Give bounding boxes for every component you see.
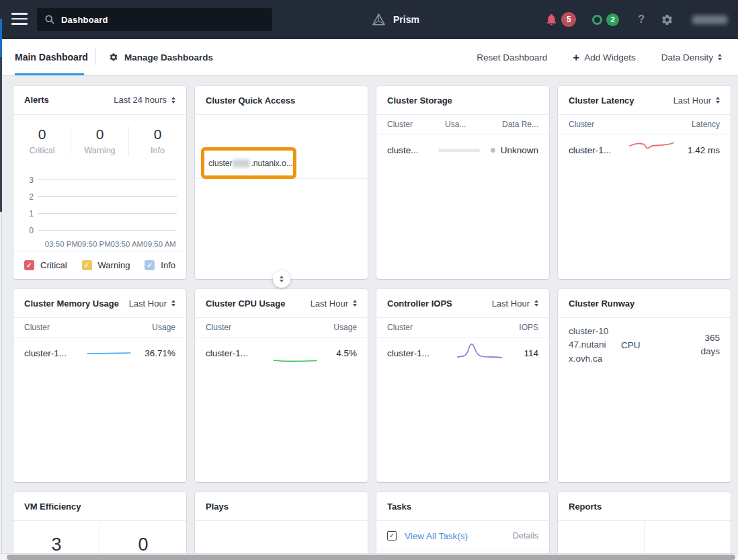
reset-dashboard-button[interactable]: Reset Dashboard [477, 52, 547, 63]
topbar-actions: 5 2 ? [545, 0, 731, 39]
legend-info-label: Info [161, 260, 175, 270]
sort-caret-icon [171, 97, 175, 104]
critical-count-label: Critical [13, 146, 71, 155]
search-value: Dashboard [61, 15, 108, 25]
latency-header: Cluster Latency Last Hour [558, 86, 731, 115]
plays-header: Plays [195, 492, 368, 521]
cpu-sparkline [254, 344, 336, 362]
widget-vm-efficiency: VM Efficiency 3 0 [13, 492, 186, 560]
col-cluster: Cluster [387, 323, 519, 332]
legend-critical-checkbox[interactable]: ✓ Critical [24, 260, 67, 270]
reports-title: Reports [569, 502, 602, 512]
alerts-period-selector[interactable]: Last 24 hours [114, 95, 175, 105]
alert-count-info: 0 Info [128, 126, 186, 155]
plays-title: Plays [206, 502, 229, 512]
manage-dashboards-label: Manage Dashboards [124, 52, 213, 63]
tab-main-dashboard[interactable]: Main Dashboard [15, 39, 88, 75]
widget-plays: Plays [195, 492, 368, 560]
widget-controller-iops: Controller IOPS Last Hour Cluster IOPS c… [376, 289, 549, 482]
ytick: 3 [22, 175, 34, 185]
left-edge-track [0, 212, 2, 553]
col-cluster: Cluster [387, 120, 445, 129]
toolbar-actions: Reset Dashboard + Add Widgets Data Densi… [477, 39, 722, 75]
alert-counts: 0 Critical 0 Warning 0 Info [13, 117, 186, 165]
latency-period-value: Last Hour [673, 95, 711, 106]
alerts-count-badge[interactable]: 5 [561, 12, 576, 27]
brand: Prism [371, 0, 419, 39]
latency-period-selector[interactable]: Last Hour [673, 95, 720, 106]
alert-count-critical: 0 Critical [13, 126, 71, 155]
data-density-selector[interactable]: Data Density [661, 52, 722, 63]
widget-cluster-storage: Cluster Storage Cluster Usa... Data Re..… [376, 86, 549, 279]
critical-count-value: 0 [13, 126, 71, 143]
warning-count-value: 0 [71, 126, 128, 143]
cpu-header: Cluster CPU Usage Last Hour [195, 289, 368, 318]
task-details-label[interactable]: Details [513, 531, 538, 541]
cpu-period-value: Last Hour [311, 298, 348, 309]
alert-bell-icon[interactable] [545, 13, 558, 26]
widget-cluster-latency: Cluster Latency Last Hour Cluster Latenc… [558, 86, 731, 279]
widget-alerts: Alerts Last 24 hours 0 Critical 0 Warnin… [13, 86, 186, 279]
xtick: 09:50 PM [78, 240, 111, 248]
memory-period-value: Last Hour [129, 298, 167, 309]
settings-gear-icon[interactable] [661, 13, 673, 26]
latency-row: cluster-1... 1.42 ms [558, 134, 731, 165]
runway-metric: CPU [621, 340, 641, 350]
checkbox-checked-icon: ✓ [82, 260, 92, 270]
tasks-row: ✓ View All Task(s) Details [376, 521, 549, 551]
alert-count-warning: 0 Warning [71, 126, 128, 155]
left-scrollbar-track [0, 57, 2, 212]
latency-columns: Cluster Latency [558, 115, 731, 134]
add-widgets-button[interactable]: + Add Widgets [573, 52, 635, 63]
col-cluster: Cluster [24, 323, 152, 332]
col-cluster: Cluster [569, 120, 692, 129]
user-menu-blurred[interactable] [692, 15, 727, 24]
ytick: 0 [22, 226, 34, 235]
legend-warning-label: Warning [98, 260, 130, 270]
manage-dashboards-button[interactable]: Manage Dashboards [109, 39, 213, 75]
active-tab-underline [15, 73, 84, 75]
memory-row: cluster-1... 36.71% [13, 337, 186, 368]
alerts-period-value: Last 24 hours [114, 95, 167, 105]
iops-row: cluster-1... 114 [376, 337, 549, 368]
runway-value: 365 days [692, 331, 720, 359]
cluster-quick-access-item[interactable]: cluster .nutanix.o... [201, 147, 296, 179]
brand-name: Prism [393, 14, 419, 25]
view-all-tasks-link[interactable]: View All Task(s) [405, 531, 468, 541]
cluster-name: cluste... [387, 145, 429, 155]
latency-sparkline [617, 141, 688, 159]
widget-resize-handle[interactable] [273, 270, 290, 288]
widget-tasks: Tasks ✓ View All Task(s) Details [376, 492, 549, 560]
left-scrollbar-thumb[interactable] [0, 19, 2, 57]
events-ring-icon[interactable] [592, 15, 602, 25]
status-unknown-dot-icon [491, 148, 495, 153]
sort-caret-icon [716, 97, 720, 104]
storage-title: Cluster Storage [387, 95, 452, 106]
widget-cluster-quick-access: Cluster Quick Access cluster .nutanix.o.… [195, 86, 368, 279]
ytick: 1 [22, 209, 34, 218]
alerts-header: Alerts Last 24 hours [13, 86, 186, 115]
runway-header: Cluster Runway [558, 289, 731, 318]
iops-period-value: Last Hour [492, 298, 530, 309]
tasks-title: Tasks [387, 502, 411, 512]
dashboard-toolbar: Main Dashboard Manage Dashboards Reset D… [0, 39, 738, 76]
search-input[interactable]: Dashboard [37, 8, 272, 31]
memory-header: Cluster Memory Usage Last Hour [13, 289, 186, 318]
memory-period-selector[interactable]: Last Hour [129, 298, 175, 309]
xtick: 09:50 AM [143, 240, 176, 248]
top-navigation-bar: Dashboard Prism 5 2 ? [0, 0, 738, 39]
help-icon[interactable]: ? [638, 13, 645, 26]
events-count-badge[interactable]: 2 [606, 13, 619, 26]
plus-icon: + [573, 52, 579, 63]
iops-period-selector[interactable]: Last Hour [492, 298, 538, 309]
hamburger-menu-icon[interactable] [11, 13, 28, 28]
alerts-chart-xlabels: 03:50 PM 09:50 PM 03:50 AM 09:50 AM [46, 239, 177, 251]
cluster-name: cluster-1... [387, 348, 436, 358]
alerts-chart: 3 2 1 0 03:50 PM 09:50 PM 03:50 AM 09:50… [22, 171, 177, 251]
latency-value: 1.42 ms [688, 145, 720, 155]
legend-info-checkbox[interactable]: ✓ Info [145, 260, 175, 270]
cpu-period-selector[interactable]: Last Hour [311, 298, 357, 309]
horizontal-scrollbar-thumb[interactable] [7, 555, 735, 560]
col-usage: Usage [152, 323, 175, 332]
legend-warning-checkbox[interactable]: ✓ Warning [82, 260, 130, 270]
